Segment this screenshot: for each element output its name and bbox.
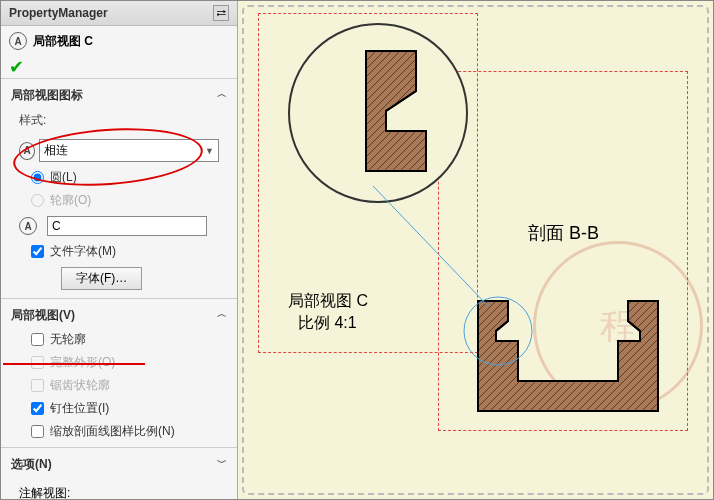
annotation-label: 注解视图: (19, 486, 70, 499)
chevron-down-icon[interactable]: ﹀ (217, 456, 227, 473)
style-field: 样式: (1, 108, 237, 135)
check-no-outline-input[interactable] (31, 333, 44, 346)
group2-header[interactable]: 局部视图(V) ︿ (1, 303, 237, 328)
view-title-row: A 局部视图 C (1, 26, 237, 56)
chevron-down-icon: ▼ (205, 146, 214, 156)
drawing-canvas[interactable]: 程 剖面 B-B 局部视图 C 比例 4:1 (238, 1, 713, 499)
check-pin-input[interactable] (31, 402, 44, 415)
check-full-outline-input[interactable] (31, 356, 44, 369)
radio-outline[interactable]: 轮廓(O) (1, 189, 237, 212)
radio-circle[interactable]: 圆(L) (1, 166, 237, 189)
group1-title: 局部视图图标 (11, 87, 83, 104)
style-dropdown[interactable]: 相连 ▼ (39, 139, 219, 162)
group-detail-icon: 局部视图图标 ︿ 样式: A 相连 ▼ 圆(L) 轮廓(O) A 文件字体(M) (1, 78, 237, 298)
view-title: 局部视图 C (33, 33, 93, 50)
group2-title: 局部视图(V) (11, 307, 75, 324)
property-manager-panel: PropertyManager ⮂ A 局部视图 C ✔ 局部视图图标 ︿ 样式… (1, 1, 238, 499)
check-file-font-input[interactable] (31, 245, 44, 258)
section-label: 剖面 B-B (528, 221, 599, 245)
font-button-row: 字体(F)… (1, 263, 237, 294)
file-font-label: 文件字体(M) (50, 243, 116, 260)
full-outline-label: 完整外形(O) (50, 354, 115, 371)
pin-icon[interactable]: ⮂ (213, 5, 229, 21)
detail-label-2: 比例 4:1 (298, 313, 357, 334)
radio-circle-input[interactable] (31, 171, 44, 184)
pin-label: 钉住位置(I) (50, 400, 109, 417)
radio-circle-label: 圆(L) (50, 169, 77, 186)
detail-view-icon: A (9, 32, 27, 50)
confirm-icon[interactable]: ✔ (1, 56, 237, 78)
font-button[interactable]: 字体(F)… (61, 267, 142, 290)
svg-line-0 (373, 186, 488, 306)
group-options: 选项(N) ﹀ (1, 447, 237, 481)
style-label: 样式: (19, 112, 219, 129)
check-no-outline[interactable]: 无轮廓 (1, 328, 237, 351)
style-dropdown-row: A 相连 ▼ (1, 135, 237, 166)
scale-hatch-label: 缩放剖面线图样比例(N) (50, 423, 175, 440)
name-icon: A (19, 217, 37, 235)
detail-shape (306, 41, 456, 201)
check-jagged-input[interactable] (31, 379, 44, 392)
panel-header: PropertyManager ⮂ (1, 1, 237, 26)
check-pin[interactable]: 钉住位置(I) (1, 397, 237, 420)
no-outline-label: 无轮廓 (50, 331, 86, 348)
chevron-up-icon[interactable]: ︿ (217, 87, 227, 104)
group1-header[interactable]: 局部视图图标 ︿ (1, 83, 237, 108)
style-value: 相连 (44, 142, 68, 159)
style-icon: A (19, 142, 35, 160)
check-scale-hatch-input[interactable] (31, 425, 44, 438)
check-file-font[interactable]: 文件字体(M) (1, 240, 237, 263)
radio-outline-input[interactable] (31, 194, 44, 207)
name-input-row: A (1, 212, 237, 240)
group-detail-view: 局部视图(V) ︿ 无轮廓 完整外形(O) 锯齿状轮廓 钉住位置(I) 缩放剖面… (1, 298, 237, 447)
chevron-up-icon[interactable]: ︿ (217, 307, 227, 324)
panel-title: PropertyManager (9, 6, 108, 20)
leader-line (368, 181, 508, 321)
check-jagged[interactable]: 锯齿状轮廓 (1, 374, 237, 397)
options-header[interactable]: 选项(N) ﹀ (1, 452, 237, 477)
detail-label-1: 局部视图 C (288, 291, 368, 312)
options-title: 选项(N) (11, 456, 52, 473)
check-full-outline[interactable]: 完整外形(O) (1, 351, 237, 374)
annotation-field: 注解视图: (1, 481, 237, 499)
radio-outline-label: 轮廓(O) (50, 192, 91, 209)
jagged-label: 锯齿状轮廓 (50, 377, 110, 394)
check-scale-hatch[interactable]: 缩放剖面线图样比例(N) (1, 420, 237, 443)
view-name-input[interactable] (47, 216, 207, 236)
